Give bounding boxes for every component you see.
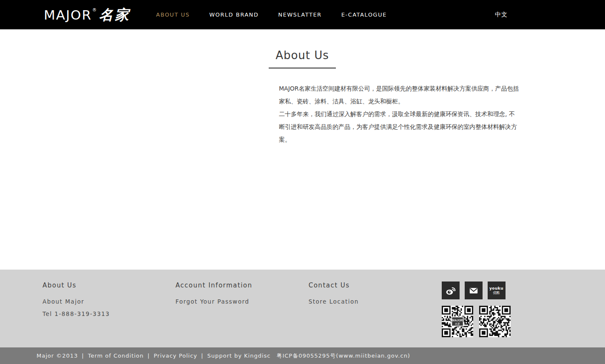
footer-column-about-us: About Us About Major Tel 1-888-319-3313 bbox=[43, 282, 176, 347]
divider: | bbox=[201, 353, 203, 359]
nav-item-newslatter[interactable]: NEWSLATTER bbox=[278, 8, 321, 21]
qr-code-major-wechat bbox=[442, 306, 473, 337]
youku-icon-label: youku bbox=[489, 287, 503, 290]
bottom-link-support-by-kingdisc[interactable]: Support by Kingdisc bbox=[207, 353, 270, 359]
copyright-text: Major ©2013 bbox=[37, 353, 78, 359]
divider: | bbox=[148, 353, 150, 359]
language-switch-chinese[interactable]: 中文 bbox=[495, 11, 508, 19]
brand-logo-text-en: MAJOR bbox=[44, 7, 92, 23]
icp-record-link[interactable]: 粤ICP备09055295号(www.miitbeian.gov.cn) bbox=[276, 352, 410, 360]
footer-heading-about-us: About Us bbox=[43, 282, 176, 289]
footer-column-contact-us: Contact Us Store Location bbox=[309, 282, 442, 347]
footer-heading-account-information: Account Information bbox=[176, 282, 309, 289]
brand-logo-text-cn: 名家 bbox=[99, 7, 131, 23]
divider: | bbox=[82, 353, 84, 359]
footer-social-block: youku 优酷 bbox=[442, 282, 511, 347]
footer-column-account-information: Account Information Forgot Your Password bbox=[176, 282, 309, 347]
bottom-legal-bar: Major ©2013 | Term of Condition | Privac… bbox=[0, 347, 605, 364]
nav-item-e-catalogue[interactable]: E-CATALOGUE bbox=[341, 8, 387, 21]
footer-link-about-major[interactable]: About Major bbox=[43, 298, 176, 305]
nav-item-about-us[interactable]: ABOUT US bbox=[156, 8, 190, 21]
top-nav-bar: MAJOR ® 名家 ABOUT US WORLD BRAND NEWSLATT… bbox=[0, 0, 605, 29]
bottom-link-privacy-policy[interactable]: Privacy Policy bbox=[153, 353, 197, 359]
footer: About Us About Major Tel 1-888-319-3313 … bbox=[0, 270, 605, 347]
page-title: About Us bbox=[269, 49, 336, 62]
footer-telephone: Tel 1-888-319-3313 bbox=[43, 310, 176, 317]
youku-icon-label-cn: 优酷 bbox=[493, 291, 500, 295]
brand-logo[interactable]: MAJOR ® 名家 bbox=[44, 7, 131, 23]
main-content-area: About Us MAJOR名家生活空间建材有限公司，是国际领先的整体家装材料解… bbox=[0, 29, 605, 270]
page-title-block: About Us bbox=[269, 49, 336, 68]
footer-link-store-location[interactable]: Store Location bbox=[309, 298, 442, 305]
email-icon[interactable] bbox=[465, 282, 483, 299]
nav-item-world-brand[interactable]: WORLD BRAND bbox=[209, 8, 258, 21]
footer-heading-contact-us: Contact Us bbox=[309, 282, 442, 289]
registered-trademark-symbol: ® bbox=[92, 8, 97, 12]
about-paragraph-2: 二十多年来，我们通过深入解客户的需求，汲取全球最新的健康环保资讯、技术和理念, … bbox=[279, 108, 519, 146]
youku-icon[interactable]: youku 优酷 bbox=[488, 282, 506, 299]
weibo-icon[interactable] bbox=[442, 282, 460, 299]
social-icon-row: youku 优酷 bbox=[442, 282, 511, 299]
main-nav: ABOUT US WORLD BRAND NEWSLATTER E-CATALO… bbox=[156, 8, 406, 21]
footer-link-forgot-your-password[interactable]: Forgot Your Password bbox=[176, 298, 309, 305]
qr-code-secondary bbox=[479, 306, 511, 337]
bottom-link-term-of-condition[interactable]: Term of Condition bbox=[88, 353, 144, 359]
about-paragraph-1: MAJOR名家生活空间建材有限公司，是国际领先的整体家装材料解决方案供应商，产品… bbox=[279, 82, 519, 108]
about-text: MAJOR名家生活空间建材有限公司，是国际领先的整体家装材料解决方案供应商，产品… bbox=[279, 82, 519, 146]
qr-code-row bbox=[442, 306, 511, 337]
